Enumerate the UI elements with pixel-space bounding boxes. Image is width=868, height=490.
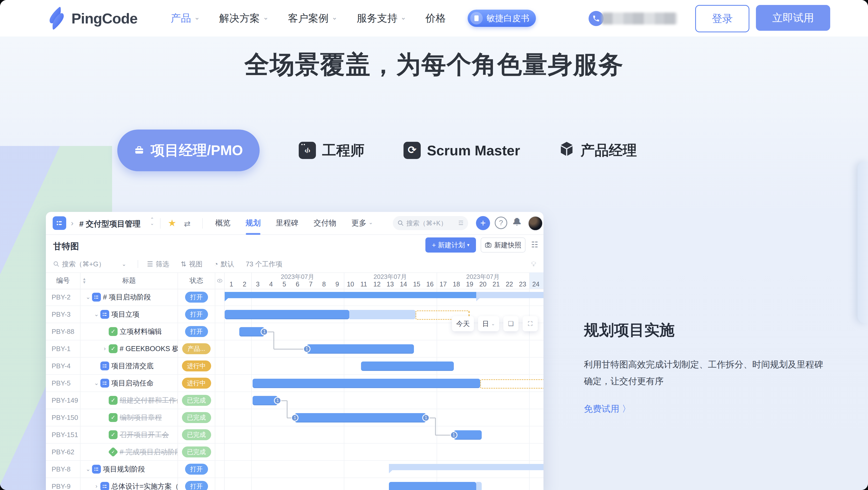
role-tab-active[interactable]: 项目经理/PMO [117, 129, 259, 171]
gantt-bar[interactable] [480, 379, 544, 389]
role-tab[interactable]: ‹/›工程师 [299, 141, 364, 160]
breadcrumb-project-title[interactable]: # 交付型项目管理 [79, 219, 141, 229]
favorite-star-icon[interactable]: ★ [168, 218, 176, 228]
task-title-cell[interactable]: ✓编制项目章程 [81, 409, 178, 426]
free-trial-link[interactable]: 免费试用 〉 [584, 403, 631, 415]
project-icon[interactable] [53, 216, 66, 230]
role-tab[interactable]: 产品经理 [559, 141, 637, 160]
gantt-bar[interactable] [389, 482, 476, 490]
dependency-count-badge[interactable]: 1 [422, 414, 430, 422]
gantt-bar[interactable] [253, 379, 480, 388]
column-header-status[interactable]: 状态 [178, 272, 215, 289]
app-tab[interactable]: 概览 [215, 212, 230, 234]
dependency-count-badge[interactable]: 1 [261, 328, 268, 335]
timeline-day-label: 1 [225, 280, 238, 288]
expand-chevron-icon[interactable]: ⌄ [93, 311, 100, 318]
project-switcher-icon[interactable]: ⌃⌄ [150, 218, 154, 225]
task-title-cell[interactable]: ✓# 完成项目启动阶段... [81, 443, 178, 460]
status-badge[interactable]: 已完成 [182, 395, 211, 406]
role-tab[interactable]: ⟳Scrum Master [403, 142, 520, 159]
status-badge[interactable]: 进行中 [182, 378, 211, 389]
gauge-icon: ◔ [214, 260, 218, 268]
app-tab[interactable]: 规划 [246, 212, 261, 234]
dependency-count-badge[interactable]: 1 [274, 397, 281, 404]
gantt-search-input[interactable]: 搜索（⌘+G） ⌄ [53, 259, 126, 269]
new-plan-button[interactable]: + 新建计划 ▾ [425, 238, 476, 252]
default-view-button[interactable]: ◔默认 [214, 259, 234, 269]
task-title-cell[interactable]: ⌄项目立项 [81, 306, 178, 323]
split-view-button[interactable]: ❏ [503, 316, 519, 331]
task-title-cell[interactable]: ›✓# GEEKBOOKS 极... [81, 340, 178, 357]
gantt-bar[interactable] [389, 464, 544, 470]
app-tab[interactable]: 里程碑 [276, 212, 299, 234]
task-title-cell[interactable]: 项目澄清交底 [81, 358, 178, 374]
gantt-bar[interactable] [454, 430, 482, 440]
nav-item[interactable]: 解决方案⌄ [219, 11, 269, 25]
task-title-cell[interactable]: ⌄项目规划阶段 [81, 461, 178, 478]
eye-icon[interactable] [215, 272, 224, 289]
status-badge[interactable]: 打开 [185, 464, 208, 474]
view-list-icon[interactable]: ☷ [531, 240, 538, 249]
fullscreen-button[interactable]: ⛶ [523, 316, 538, 331]
gantt-bar[interactable] [295, 413, 426, 423]
app-search-input[interactable]: 搜索（⌘+K） ☲ [393, 216, 468, 230]
app-tab[interactable]: 交付物 [314, 212, 336, 234]
status-badge[interactable]: 已完成 [182, 447, 211, 457]
today-button[interactable]: 今天 [452, 316, 474, 331]
scale-select[interactable]: 日⌄ [478, 316, 499, 331]
timeline-day-label: 15 [410, 280, 423, 288]
status-badge[interactable]: 打开 [185, 481, 208, 490]
task-title: 组建交付群和工作台 [120, 396, 178, 405]
task-title-cell[interactable]: ⌄# 项目启动阶段 [81, 289, 178, 305]
gantt-bar[interactable] [361, 362, 454, 371]
swap-icon[interactable]: ⇄ [184, 219, 190, 228]
status-badge[interactable]: 打开 [185, 309, 208, 320]
filter-button[interactable]: ☰筛选 [147, 259, 169, 269]
task-title-cell[interactable]: ✓组建交付群和工作台 [81, 392, 178, 409]
status-badge[interactable]: 已完成 [182, 429, 211, 440]
gantt-bar[interactable] [225, 292, 476, 298]
task-title-cell[interactable]: ⌄项目启动任命 [81, 375, 178, 392]
task-title-cell[interactable]: ✓立项材料编辑 [81, 323, 178, 340]
new-snapshot-button[interactable]: 新建快照 [480, 238, 526, 252]
gantt-bar[interactable] [476, 482, 482, 490]
help-icon[interactable]: ? [495, 217, 507, 229]
status-badge[interactable]: 打开 [185, 326, 208, 337]
user-avatar[interactable] [528, 216, 543, 231]
gantt-bar[interactable] [307, 344, 414, 354]
try-now-button[interactable]: 立即试用 [756, 5, 830, 31]
expand-chevron-icon[interactable]: ⌄ [84, 294, 92, 301]
notifications-bell-icon[interactable]: 🔔︎ [512, 217, 522, 228]
gantt-bar[interactable] [349, 310, 415, 319]
column-header-id[interactable]: 编号 [46, 272, 81, 289]
status-badge[interactable]: 产品... [182, 343, 210, 354]
task-title-cell[interactable]: ›总体设计=实施方案（... [81, 478, 178, 490]
search-filter-icon[interactable]: ☲ [458, 220, 463, 226]
chevron-down-icon: ⌄ [263, 13, 269, 21]
nav-item[interactable]: 价格 [425, 11, 446, 25]
status-badge[interactable]: 进行中 [182, 361, 211, 371]
view-button[interactable]: ⇅视图 [181, 259, 203, 269]
expand-chevron-icon[interactable]: ⌄ [93, 380, 100, 387]
login-button[interactable]: 登录 [695, 5, 749, 32]
lightbulb-icon[interactable]: 💡︎ [531, 260, 536, 269]
create-button[interactable]: + [476, 216, 490, 230]
nav-item[interactable]: 客户案例⌄ [288, 11, 338, 25]
dependency-count-badge[interactable]: 1 [450, 431, 458, 439]
status-badge[interactable]: 已完成 [182, 412, 211, 423]
status-badge[interactable]: 打开 [185, 292, 208, 303]
gantt-bar[interactable] [476, 292, 544, 298]
whitepaper-badge[interactable]: 敏捷白皮书 [468, 10, 536, 27]
expand-chevron-icon[interactable]: › [101, 345, 109, 352]
nav-item[interactable]: 产品⌄ [171, 11, 200, 25]
expand-chevron-icon[interactable]: ⌄ [84, 466, 92, 472]
nav-item[interactable]: 服务支持⌄ [356, 11, 406, 25]
dependency-count-badge[interactable]: 1 [303, 345, 310, 353]
table-header: 编号 ▲▼ 标题 状态 2023年07月2023年07月2023年07月1234… [46, 272, 544, 289]
task-title-cell[interactable]: ✓召开项目开工会 [81, 426, 178, 443]
app-tab[interactable]: 更多⌄ [351, 212, 373, 234]
brand-logo[interactable]: PingCode [46, 0, 137, 36]
gantt-bar[interactable] [225, 310, 349, 319]
expand-chevron-icon[interactable]: › [93, 483, 100, 490]
column-header-title[interactable]: 标题 [81, 272, 178, 289]
